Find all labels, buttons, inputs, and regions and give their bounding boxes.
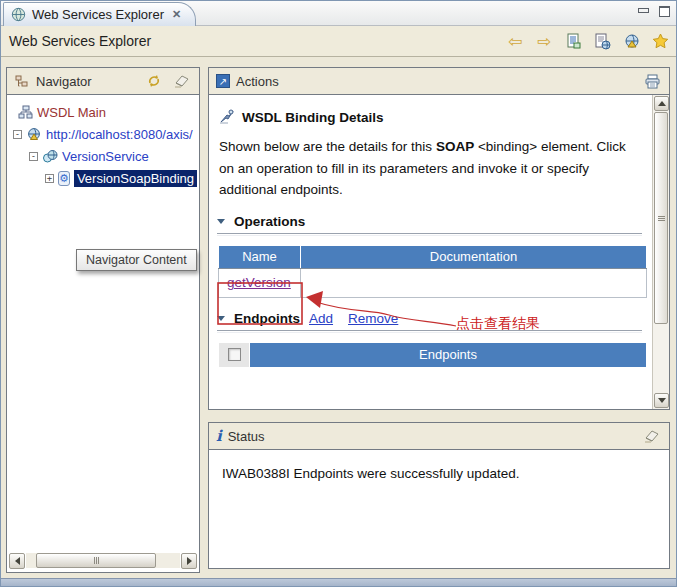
chevron-down-icon[interactable] [217, 219, 225, 224]
minimize-icon[interactable] [638, 7, 649, 17]
wsdl-page-icon[interactable] [621, 31, 641, 51]
column-header-endpoints: Endpoints [250, 342, 647, 367]
clear-eraser-icon[interactable] [172, 71, 192, 91]
status-content: IWAB0388I Endpoints were successfully up… [209, 450, 669, 568]
tree-item-version-service[interactable]: - VersionService [11, 145, 197, 167]
status-message: IWAB0388I Endpoints were successfully up… [209, 450, 669, 481]
navigator-tree: WSDL Main - http://localhost:8080/axis/ … [7, 95, 199, 189]
actions-panel: ↗ Actions WSDL Binding Details Shown bel… [208, 67, 670, 410]
globe-icon [10, 7, 26, 23]
annotation-label: 点击查看结果 [456, 315, 540, 333]
close-icon[interactable]: ✕ [170, 8, 183, 21]
navigator-content: WSDL Main - http://localhost:8080/axis/ … [7, 95, 199, 572]
hscroll-track[interactable] [26, 553, 180, 568]
actions-header: ↗ Actions [209, 68, 669, 95]
actions-form-icon: ↗ [216, 74, 230, 88]
endpoints-title: Endpoints [234, 311, 300, 326]
select-all-checkbox[interactable] [228, 348, 241, 361]
operations-title: Operations [234, 214, 305, 229]
operations-divider [217, 233, 642, 236]
collapse-expander-icon[interactable]: - [13, 130, 22, 139]
navigator-header: Navigator [7, 68, 199, 95]
navigator-title: Navigator [36, 74, 92, 89]
endpoints-divider [217, 330, 642, 333]
navigator-panel: Navigator WSDL Main - [6, 67, 200, 573]
wsdl-main-icon [17, 104, 33, 120]
maximize-icon[interactable] [659, 6, 670, 17]
forward-icon[interactable]: ⇨ [534, 31, 554, 51]
add-endpoint-link[interactable]: Add [309, 311, 333, 326]
explorer-banner: Web Services Explorer ⇦ ⇨ [1, 26, 677, 57]
clear-status-eraser-icon[interactable] [642, 426, 662, 446]
column-header-name: Name [219, 245, 301, 268]
wsil-page-icon[interactable] [592, 31, 612, 51]
web-services-explorer-window: Web Services Explorer ✕ Web Services Exp… [0, 0, 677, 587]
scroll-left-icon[interactable] [9, 553, 25, 569]
actions-title: Actions [236, 74, 279, 89]
table-row: getVersion [219, 268, 647, 297]
endpoints-table: Endpoints [218, 342, 647, 368]
uddi-page-icon[interactable] [563, 31, 583, 51]
scroll-up-icon[interactable] [654, 96, 669, 111]
remove-endpoint-link[interactable]: Remove [348, 311, 398, 326]
actions-vscrollbar[interactable] [652, 95, 669, 409]
navigator-hscrollbar[interactable] [9, 552, 197, 569]
hscroll-thumb[interactable] [36, 553, 156, 568]
select-all-cell [219, 342, 250, 367]
tree-item-wsdl-url[interactable]: - http://localhost:8080/axis/ [11, 123, 197, 145]
page-title: Web Services Explorer [9, 33, 151, 49]
tree-item-version-soap-binding[interactable]: + ⚙ VersionSoapBinding [11, 167, 197, 189]
status-header: i Status [209, 423, 669, 450]
navigator-tree-icon [14, 73, 30, 89]
tree-label[interactable]: VersionService [62, 149, 149, 164]
wsdl-document-icon [26, 126, 42, 142]
tree-item-wsdl-main[interactable]: WSDL Main [11, 101, 197, 123]
status-panel: i Status IWAB0388I Endpoints were succes… [208, 422, 670, 569]
scroll-down-icon[interactable] [654, 393, 669, 408]
back-icon[interactable]: ⇦ [505, 31, 525, 51]
tree-label[interactable]: http://localhost:8080/axis/ [46, 127, 193, 142]
vscroll-thumb[interactable] [654, 112, 668, 324]
refresh-icon[interactable] [144, 71, 164, 91]
status-title: Status [228, 429, 265, 444]
binding-gear-icon: ⚙ [58, 171, 70, 186]
view-tab-bar: Web Services Explorer ✕ [1, 1, 677, 26]
scroll-right-icon[interactable] [181, 553, 197, 569]
operation-documentation-cell [301, 268, 647, 297]
info-icon: i [216, 427, 222, 445]
tab-title: Web Services Explorer [32, 7, 164, 22]
operations-table: Name Documentation getVersion [218, 245, 647, 298]
operations-section-header: Operations [217, 214, 652, 229]
banner-toolbar: ⇦ ⇨ [505, 31, 670, 51]
column-header-documentation: Documentation [301, 245, 647, 268]
tab-web-services-explorer[interactable]: Web Services Explorer ✕ [3, 2, 196, 26]
chevron-down-icon[interactable] [217, 316, 225, 321]
window-bottom-edge [1, 578, 677, 587]
endpoints-section-header: Endpoints Add Remove [217, 311, 652, 326]
expand-expander-icon[interactable]: + [45, 174, 54, 183]
soap-bold: SOAP [436, 139, 474, 154]
navigator-tooltip: Navigator Content [76, 249, 197, 271]
tree-label-selected[interactable]: VersionSoapBinding [74, 170, 197, 187]
favorites-star-icon[interactable] [650, 31, 670, 51]
wsdl-binding-icon [219, 109, 235, 125]
actions-content: WSDL Binding Details Shown below are the… [209, 95, 669, 409]
tree-label[interactable]: WSDL Main [37, 105, 106, 120]
binding-description: Shown below are the details for this SOA… [219, 136, 638, 201]
binding-details-heading-row: WSDL Binding Details [219, 109, 652, 125]
collapse-expander-icon[interactable]: - [29, 152, 38, 161]
service-icon [42, 148, 58, 164]
binding-details-heading: WSDL Binding Details [242, 110, 384, 125]
operation-getversion-link[interactable]: getVersion [227, 275, 291, 290]
print-icon[interactable] [642, 71, 662, 91]
